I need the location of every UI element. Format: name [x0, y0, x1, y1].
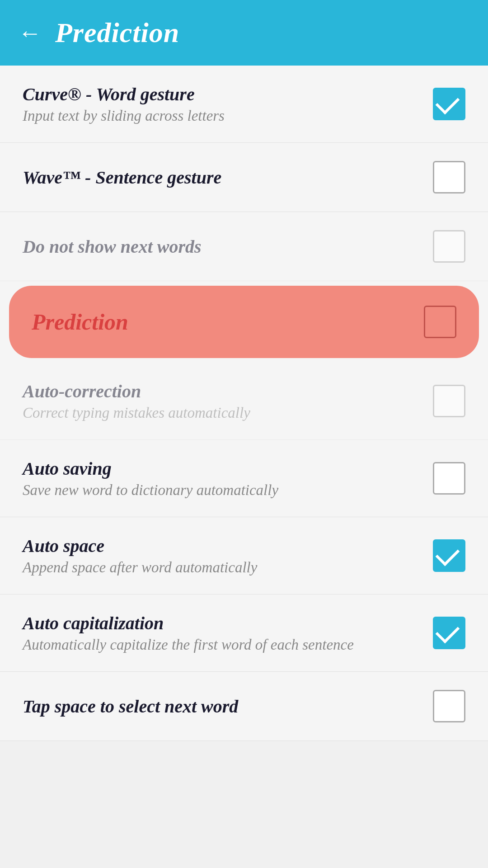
setting-label-curve-word-gesture: Curve® - Word gesture	[23, 84, 415, 105]
setting-sublabel-curve-word-gesture: Input text by sliding across letters	[23, 108, 415, 124]
setting-text-auto-space: Auto spaceAppend space after word automa…	[23, 535, 433, 576]
checkbox-prediction[interactable]	[424, 306, 456, 338]
setting-label-wave-sentence-gesture: Wave™ - Sentence gesture	[23, 167, 415, 188]
checkbox-curve-word-gesture[interactable]	[433, 88, 465, 120]
setting-label-auto-space: Auto space	[23, 535, 415, 557]
setting-item-tap-space-to-select-next-word[interactable]: Tap space to select next word	[0, 672, 488, 741]
setting-label-prediction: Prediction	[32, 309, 406, 335]
setting-label-tap-space-to-select-next-word: Tap space to select next word	[23, 696, 415, 717]
checkbox-auto-correction[interactable]	[433, 385, 465, 417]
setting-text-do-not-show-next-words: Do not show next words	[23, 236, 433, 257]
checkbox-do-not-show-next-words[interactable]	[433, 230, 465, 263]
setting-sublabel-auto-saving: Save new word to dictionary automaticall…	[23, 482, 415, 499]
setting-item-auto-space[interactable]: Auto spaceAppend space after word automa…	[0, 517, 488, 594]
settings-list: Curve® - Word gestureInput text by slidi…	[0, 66, 488, 741]
checkbox-wave-sentence-gesture[interactable]	[433, 161, 465, 193]
setting-text-auto-capitalization: Auto capitalizationAutomatically capital…	[23, 613, 433, 653]
setting-text-tap-space-to-select-next-word: Tap space to select next word	[23, 696, 433, 717]
setting-text-prediction: Prediction	[32, 309, 424, 335]
setting-item-auto-saving[interactable]: Auto savingSave new word to dictionary a…	[0, 440, 488, 517]
checkbox-auto-capitalization[interactable]	[433, 617, 465, 649]
checkbox-tap-space-to-select-next-word[interactable]	[433, 690, 465, 722]
setting-text-auto-saving: Auto savingSave new word to dictionary a…	[23, 458, 433, 499]
back-button[interactable]: ←	[18, 21, 42, 45]
setting-label-auto-correction: Auto-correction	[23, 381, 415, 402]
setting-sublabel-auto-capitalization: Automatically capitalize the first word …	[23, 637, 415, 653]
setting-text-auto-correction: Auto-correctionCorrect typing mistakes a…	[23, 381, 433, 421]
checkbox-auto-saving[interactable]	[433, 462, 465, 495]
setting-text-curve-word-gesture: Curve® - Word gestureInput text by slidi…	[23, 84, 433, 124]
setting-label-auto-capitalization: Auto capitalization	[23, 613, 415, 634]
setting-text-wave-sentence-gesture: Wave™ - Sentence gesture	[23, 167, 433, 188]
page-title: Prediction	[55, 17, 179, 49]
setting-item-wave-sentence-gesture[interactable]: Wave™ - Sentence gesture	[0, 143, 488, 212]
setting-label-do-not-show-next-words: Do not show next words	[23, 236, 415, 257]
setting-item-curve-word-gesture[interactable]: Curve® - Word gestureInput text by slidi…	[0, 66, 488, 143]
setting-item-do-not-show-next-words[interactable]: Do not show next words	[0, 212, 488, 281]
setting-item-auto-correction[interactable]: Auto-correctionCorrect typing mistakes a…	[0, 363, 488, 440]
setting-item-auto-capitalization[interactable]: Auto capitalizationAutomatically capital…	[0, 594, 488, 672]
setting-sublabel-auto-correction: Correct typing mistakes automatically	[23, 405, 415, 421]
setting-label-auto-saving: Auto saving	[23, 458, 415, 479]
setting-item-prediction[interactable]: Prediction	[9, 286, 479, 358]
app-header: ← Prediction	[0, 0, 488, 66]
setting-sublabel-auto-space: Append space after word automatically	[23, 559, 415, 576]
checkbox-auto-space[interactable]	[433, 539, 465, 572]
